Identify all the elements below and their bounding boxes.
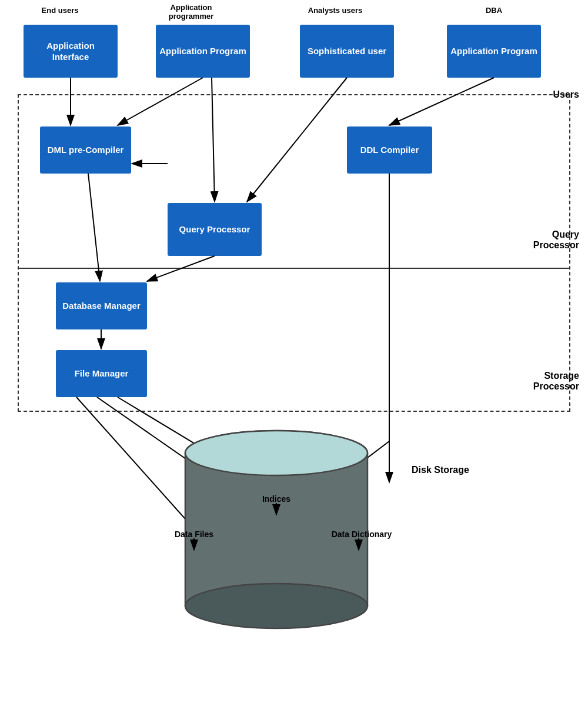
file-manager-box: File Manager [56, 350, 147, 397]
app-programmer-label: Applicationprogrammer [159, 3, 223, 21]
svg-point-18 [185, 584, 368, 628]
database-manager-box: Database Manager [56, 282, 147, 329]
storage-processor-section-label: StorageProcessor [509, 371, 579, 392]
dba-label: DBA [476, 6, 512, 15]
app-program-left-box: Application Program [156, 25, 250, 78]
data-dictionary-label: Data Dictionary [329, 530, 394, 539]
data-files-label: Data Files [171, 530, 218, 539]
sophisticated-user-box: Sophisticated user [300, 25, 394, 78]
query-processor-section-label: QueryProcessor [520, 229, 579, 251]
end-users-label: End users [31, 6, 89, 15]
app-interface-box: Application Interface [24, 25, 118, 78]
ddl-compiler-box: DDL Compiler [347, 126, 432, 174]
dml-precompiler-box: DML pre-Compiler [40, 126, 131, 174]
app-program-right-box: Application Program [447, 25, 541, 78]
section-divider [18, 268, 570, 269]
indices-label: Indices [253, 494, 300, 504]
svg-point-19 [185, 431, 368, 475]
diagram-container: End users Applicationprogrammer Analysts… [0, 0, 588, 706]
analysts-users-label: Analysts users [300, 6, 370, 15]
query-processor-box: Query Processor [168, 203, 262, 256]
disk-storage-label: Disk Storage [412, 465, 469, 475]
